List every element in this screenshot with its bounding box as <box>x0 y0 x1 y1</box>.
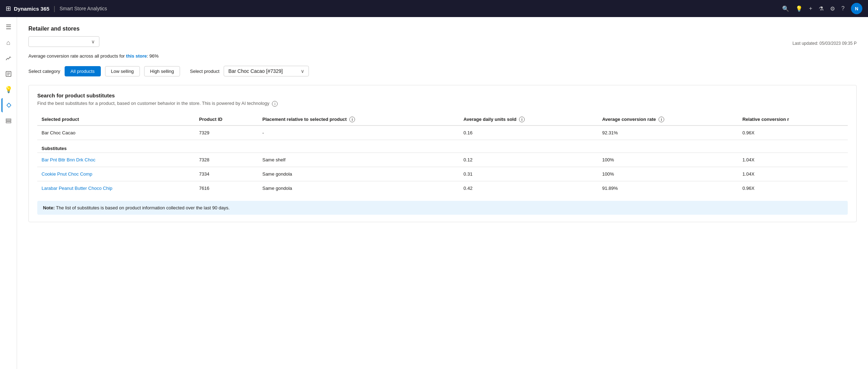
substitute-avg-units-1: 0.31 <box>459 167 598 181</box>
sidebar-item-substitutes[interactable] <box>1 98 16 112</box>
avg-conversion-text: Average conversion rate across all produ… <box>28 53 857 59</box>
table-row: Larabar Peanut Butter Choco Chip 7616 Sa… <box>37 181 848 196</box>
substitute-avg-conversion-2: 91.89% <box>598 181 738 196</box>
app-name: Smart Store Analytics <box>60 6 107 11</box>
app-brand: Dynamics 365 <box>14 6 49 12</box>
store-selector[interactable]: ∨ <box>28 36 99 47</box>
col-product-id: Product ID <box>195 114 258 126</box>
filter-icon[interactable]: ⚗ <box>819 5 824 12</box>
search-description: Find the best substitutes for a product,… <box>37 101 848 107</box>
app-layout: ☰ ⌂ 💡 <box>0 17 868 369</box>
placement-info-icon[interactable]: i <box>349 117 355 122</box>
category-label: Select category <box>28 69 60 74</box>
sidebar-item-home[interactable]: ⌂ <box>1 36 16 50</box>
filter-all-products[interactable]: All products <box>65 66 101 76</box>
col-avg-daily-units: Average daily units sold i <box>459 114 598 126</box>
substitute-id-2: 7616 <box>195 181 258 196</box>
avg-conversion-value: 96% <box>149 53 159 59</box>
substitute-name-1[interactable]: Cookie Pnut Choc Comp <box>42 171 92 177</box>
table-row: Bar Pnt Bttr Bnn Drk Choc 7328 Same shel… <box>37 153 848 167</box>
brand-separator: | <box>54 5 55 12</box>
bulb-icon[interactable]: 💡 <box>796 5 803 12</box>
sidebar-item-reports[interactable] <box>1 67 16 81</box>
substitute-rel-conversion-0: 1.04X <box>738 153 848 167</box>
topnav-right-icons: 🔍 💡 + ⚗ ⚙ ? N <box>782 3 862 14</box>
search-icon[interactable]: 🔍 <box>782 5 789 12</box>
table-header-row: Selected product Product ID Placement re… <box>37 114 848 126</box>
filter-high-selling[interactable]: High selling <box>144 66 180 76</box>
main-content: Retailer and stores ∨ Last updated: 05/0… <box>17 17 868 369</box>
substitute-rel-conversion-1: 1.04X <box>738 167 848 181</box>
substitutes-table: Selected product Product ID Placement re… <box>37 114 848 196</box>
table-row: Cookie Pnut Choc Comp 7334 Same gondola … <box>37 167 848 181</box>
search-title: Search for product substitutes <box>37 92 848 98</box>
avg-conversion-info-icon[interactable]: i <box>659 117 664 122</box>
product-selector-value: Bar Choc Cacao [#7329] <box>228 68 298 74</box>
product-label: Select product <box>190 69 219 74</box>
selected-product-avg-conversion: 92.31% <box>598 125 738 140</box>
top-navigation: ⊞ Dynamics 365 | Smart Store Analytics 🔍… <box>0 0 868 17</box>
selected-product-name: Bar Choc Cacao <box>37 125 195 140</box>
svg-rect-4 <box>6 119 11 120</box>
col-selected-product: Selected product <box>37 114 195 126</box>
substitutes-label: Substitutes <box>42 146 67 151</box>
sidebar-item-analytics[interactable] <box>1 51 16 65</box>
note-label: Note: <box>43 205 55 210</box>
substitute-name-2[interactable]: Larabar Peanut Butter Choco Chip <box>42 186 112 191</box>
substitute-id-1: 7334 <box>195 167 258 181</box>
plus-icon[interactable]: + <box>809 5 812 12</box>
substitute-rel-conversion-2: 0.96X <box>738 181 848 196</box>
svg-rect-6 <box>6 122 11 123</box>
selected-product-id: 7329 <box>195 125 258 140</box>
sidebar-item-insights[interactable]: 💡 <box>1 82 16 97</box>
substitute-avg-units-0: 0.12 <box>459 153 598 167</box>
filter-bar: Select category All products Low selling… <box>28 66 857 76</box>
product-dropdown-arrow: ∨ <box>301 68 304 74</box>
sidebar-item-list[interactable] <box>1 114 16 128</box>
settings-icon[interactable]: ⚙ <box>830 5 835 12</box>
substitute-avg-conversion-1: 100% <box>598 167 738 181</box>
selected-product-avg-units: 0.16 <box>459 125 598 140</box>
avatar[interactable]: N <box>851 3 862 14</box>
substitute-placement-1: Same gondola <box>258 167 459 181</box>
selected-product-placement: - <box>258 125 459 140</box>
substitutes-header-row: Substitutes <box>37 140 848 153</box>
sidebar: ☰ ⌂ 💡 <box>0 17 17 369</box>
page-title: Retailer and stores <box>28 26 857 32</box>
grid-icon[interactable]: ⊞ <box>6 5 11 12</box>
substitute-avg-units-2: 0.42 <box>459 181 598 196</box>
avg-units-info-icon[interactable]: i <box>519 117 525 122</box>
selected-product-relative-conversion: 0.96X <box>738 125 848 140</box>
selected-product-row: Bar Choc Cacao 7329 - 0.16 92.31% 0.96X <box>37 125 848 140</box>
brand-area: ⊞ Dynamics 365 | Smart Store Analytics <box>6 5 107 12</box>
substitute-placement-2: Same gondola <box>258 181 459 196</box>
svg-rect-5 <box>6 121 11 122</box>
substitute-name-0[interactable]: Bar Pnt Bttr Bnn Drk Choc <box>42 157 95 162</box>
sidebar-item-menu[interactable]: ☰ <box>1 20 16 34</box>
note-bar: Note: The list of substitutes is based o… <box>37 201 848 215</box>
store-dropdown-arrow: ∨ <box>91 39 95 44</box>
note-text: The list of substitutes is based on prod… <box>56 205 230 210</box>
col-relative-conversion: Relative conversion r <box>738 114 848 126</box>
substitute-placement-0: Same shelf <box>258 153 459 167</box>
product-selector[interactable]: Bar Choc Cacao [#7329] ∨ <box>224 66 309 76</box>
col-avg-conversion: Average conversion rate i <box>598 114 738 126</box>
last-updated: Last updated: 05/03/2023 09:35 P <box>792 41 857 46</box>
filter-low-selling[interactable]: Low selling <box>105 66 140 76</box>
ai-info-icon[interactable]: i <box>272 101 278 107</box>
this-store-link[interactable]: this store <box>126 53 147 59</box>
search-section: Search for product substitutes Find the … <box>28 85 857 222</box>
substitute-avg-conversion-0: 100% <box>598 153 738 167</box>
col-placement: Placement relative to selected product i <box>258 114 459 126</box>
substitute-id-0: 7328 <box>195 153 258 167</box>
help-icon[interactable]: ? <box>841 5 845 12</box>
